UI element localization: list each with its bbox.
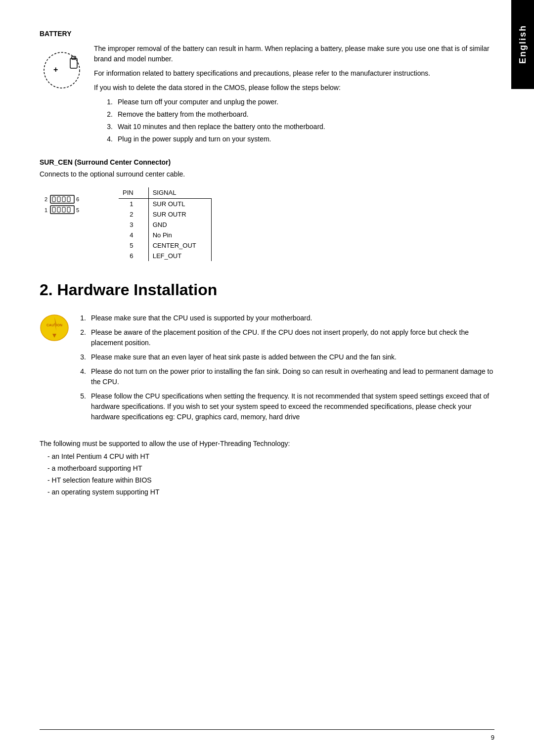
hw-install-title: 2. Hardware Installation <box>40 281 494 299</box>
list-item: 4.Please do not turn on the power prior … <box>77 366 494 387</box>
hw-install-number: 2. <box>40 281 53 299</box>
battery-content: + The improper removal of the battery ca… <box>40 44 494 146</box>
table-row: 2SUR OUTR <box>119 209 211 220</box>
signal-cell: No Pin <box>148 230 211 240</box>
list-item: 2.Remove the battery from the motherboar… <box>104 109 494 120</box>
list-item: - HT selection feature within BIOS <box>47 475 494 487</box>
battery-section: BATTERY + The improper removal of the ba… <box>40 30 494 146</box>
signal-cell: GND <box>148 220 211 230</box>
svg-text:1: 1 <box>44 207 47 213</box>
table-row: 3GND <box>119 220 211 230</box>
page-number: 9 <box>40 734 494 741</box>
table-row: 6LEF_OUT <box>119 251 211 261</box>
signal-col-header: SIGNAL <box>148 187 211 199</box>
table-row: 4No Pin <box>119 230 211 240</box>
svg-rect-11 <box>62 197 65 202</box>
svg-text:6: 6 <box>76 196 79 202</box>
list-item: - a motherboard supporting HT <box>47 463 494 475</box>
caution-icon: CAUTION <box>40 313 69 343</box>
signal-cell: LEF_OUT <box>148 251 211 261</box>
hyper-threading: The following must be supported to allow… <box>40 438 494 498</box>
signal-cell: SUR OUTR <box>148 209 211 220</box>
list-item: - an Intel Pentium 4 CPU with HT <box>47 451 494 463</box>
pin-col-header: PIN <box>119 187 148 199</box>
table-row: 5CENTER_OUT <box>119 240 211 251</box>
connector-icon: 2 1 6 5 <box>40 187 89 223</box>
svg-rect-9 <box>52 197 55 202</box>
list-item: 1.Please make sure that the CPU used is … <box>77 313 494 323</box>
surcen-content: 2 1 6 5 <box>40 187 494 261</box>
hw-install-text: Hardware Installation <box>57 281 218 299</box>
pin-cell: 2 <box>119 209 148 220</box>
battery-para2: For information related to battery speci… <box>94 68 494 79</box>
list-item: 3.Please make sure that an even layer of… <box>77 352 494 362</box>
pin-cell: 1 <box>119 199 148 210</box>
battery-steps: 1.Please turn off your computer and unpl… <box>94 97 494 144</box>
svg-rect-14 <box>52 207 55 212</box>
table-row: 1SUR OUTL <box>119 199 211 210</box>
caution-block: CAUTION 1.Please make sure that the CPU … <box>40 313 494 426</box>
svg-rect-10 <box>57 197 60 202</box>
surcen-description: Connects to the optional surround center… <box>40 169 494 179</box>
ht-list: - an Intel Pentium 4 CPU with HT- a moth… <box>40 451 494 498</box>
svg-rect-12 <box>67 197 70 202</box>
battery-para3: If you wish to delete the data stored in… <box>94 83 494 93</box>
footer-line <box>40 729 494 730</box>
battery-title: BATTERY <box>40 30 494 38</box>
svg-rect-16 <box>62 207 65 212</box>
ht-intro: The following must be supported to allow… <box>40 438 494 449</box>
page: English BATTERY + The improper removal o… <box>0 0 534 756</box>
list-item: 3.Wait 10 minutes and then replace the b… <box>104 122 494 132</box>
svg-rect-17 <box>67 207 70 212</box>
svg-point-0 <box>44 52 80 88</box>
list-item: 2.Please be aware of the placement posit… <box>77 327 494 348</box>
svg-text:2: 2 <box>44 196 47 202</box>
surcen-section: SUR_CEN (Surround Center Connector) Conn… <box>40 158 494 261</box>
svg-text:+: + <box>53 65 58 74</box>
svg-text:5: 5 <box>76 207 79 213</box>
signal-cell: CENTER_OUT <box>148 240 211 251</box>
battery-icon: + <box>40 45 84 90</box>
surcen-title: SUR_CEN (Surround Center Connector) <box>40 158 494 166</box>
list-item: 1.Please turn off your computer and unpl… <box>104 97 494 107</box>
signal-cell: SUR OUTL <box>148 199 211 210</box>
pin-cell: 4 <box>119 230 148 240</box>
list-item: 4.Plug in the power supply and turn on y… <box>104 134 494 144</box>
list-item: 5.Please follow the CPU specifications w… <box>77 391 494 422</box>
side-tab-text: English <box>518 25 528 64</box>
pin-table: PIN SIGNAL 1SUR OUTL2SUR OUTR3GND4No Pin… <box>119 187 212 261</box>
pin-cell: 5 <box>119 240 148 251</box>
hardware-install-section: 2. Hardware Installation CAUTION 1.Pleas… <box>40 281 494 498</box>
list-item: - an operating system supporting HT <box>47 487 494 498</box>
pin-cell: 3 <box>119 220 148 230</box>
svg-text:CAUTION: CAUTION <box>46 323 62 327</box>
svg-rect-15 <box>57 207 60 212</box>
pin-cell: 6 <box>119 251 148 261</box>
battery-text: The improper removal of the battery can … <box>94 44 494 146</box>
footer: 9 <box>0 729 534 741</box>
caution-list: 1.Please make sure that the CPU used is … <box>77 313 494 426</box>
side-tab: English <box>511 0 534 89</box>
battery-para1: The improper removal of the battery can … <box>94 44 494 64</box>
